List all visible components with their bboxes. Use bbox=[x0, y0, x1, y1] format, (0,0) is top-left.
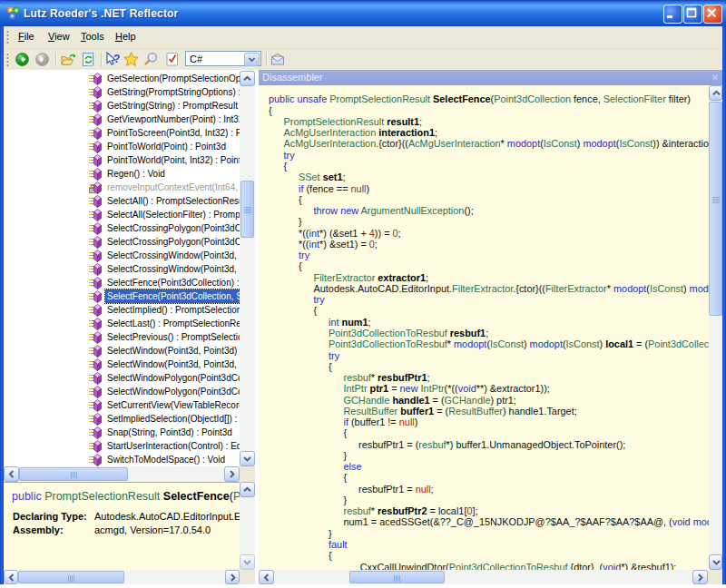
svg-text:?: ? bbox=[113, 53, 120, 65]
